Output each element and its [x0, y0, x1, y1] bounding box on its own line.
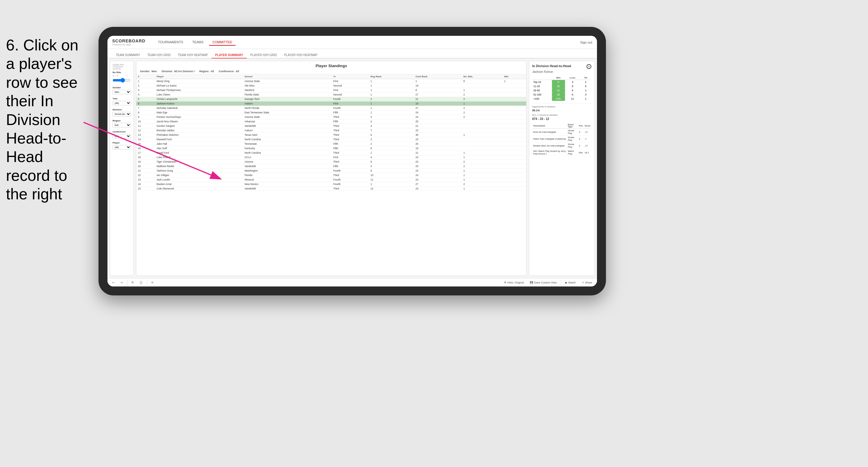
table-row[interactable]: 22 Ian Gilligan Florida Third 10 24 1 [136, 173, 526, 178]
table-row[interactable]: 25 Cole Sherwood Vanderbilt Third 12 23 … [136, 187, 526, 191]
table-row[interactable]: 3 Michael Thorbjornsen Stanford First 1 … [136, 88, 526, 93]
refresh-btn[interactable]: ⟳ [150, 280, 156, 285]
cell-school: Vanderbilt [243, 124, 332, 128]
tab-team-summary[interactable]: TEAM SUMMARY [112, 52, 144, 59]
cell-conf: 27 [414, 106, 462, 111]
t-col-score: Score [584, 123, 591, 129]
t-col-tournament: Tournament [532, 123, 567, 129]
share-btn[interactable]: ↗ Share [580, 280, 594, 285]
table-row[interactable]: 24 Bastien Amat New Mexico Fourth 1 27 2 [136, 182, 526, 187]
table-row[interactable]: 13 Phichaksn Maichon Texas A&M Third 6 3… [136, 133, 526, 137]
h2h-col-win: Win [552, 76, 565, 80]
t-col-type: Event Type [567, 123, 578, 129]
cell-yr: Third [332, 160, 369, 164]
h2h-col-tie: Tie [580, 76, 591, 80]
h2h-player-name: Jackson Koivun [532, 70, 591, 73]
rounds-filter-group: No Rds. 6 — 6 [113, 71, 131, 83]
gender-select[interactable]: Men Women [113, 90, 131, 94]
table-row[interactable]: 10 Jacob Mou-Olesen Arkansas Fifth 4 25 [136, 119, 526, 124]
table-row[interactable]: 4 Luke Claton Florida State Second 1 27 … [136, 93, 526, 97]
cell-conf: 24 [414, 155, 462, 160]
t-cell-type: Stroke Play [567, 142, 578, 149]
table-row[interactable]: 2 Michael La Sasso Ole Miss Second 1 18 [136, 84, 526, 88]
tab-player-summary[interactable]: PLAYER SUMMARY [212, 52, 247, 59]
cell-yr: Second [332, 84, 369, 88]
cell-school: Arizona State [243, 115, 332, 119]
nav-teams[interactable]: TEAMS [189, 39, 207, 46]
year-filter-group: Year (All) [113, 97, 131, 105]
tab-team-h2h-heatmap[interactable]: TEAM H2H HEATMAP [174, 52, 212, 59]
redo-btn[interactable]: ↪ [119, 280, 125, 285]
sub-nav: TEAM SUMMARY TEAM H2H GRID TEAM H2H HEAT… [107, 49, 597, 59]
cell-yr: Fourth [332, 178, 369, 182]
table-row[interactable]: 5 Christo Lamprecht Georgia Tech Fourth … [136, 97, 526, 101]
table-row[interactable]: 19 Tiger Christensen Arizona Third 8 23 … [136, 160, 526, 164]
cell-school: Missouri [243, 178, 332, 182]
player-select[interactable]: (All) [113, 145, 131, 150]
cell-win [503, 182, 526, 187]
region-select[interactable]: N/A [113, 123, 131, 127]
view-original-btn[interactable]: 👁 View: Original [502, 280, 526, 285]
tab-player-h2h-heatmap[interactable]: PLAYER H2H HEATMAP [281, 52, 321, 59]
table-row[interactable]: 9 Preston Summerhays Arizona State Third… [136, 115, 526, 119]
wlt-label: W-L-T record in-division: [532, 114, 591, 116]
table-row[interactable]: 15 Jake Hall Tennessee Fifth 2 26 [136, 142, 526, 146]
year-select[interactable]: (All) [113, 101, 131, 105]
cell-school: Stanford [243, 88, 332, 93]
cell-conf: 30 [414, 133, 462, 137]
cell-yr: Fifth [332, 119, 369, 124]
watch-label: Watch [568, 281, 576, 284]
undo-btn[interactable]: ↩ [111, 280, 116, 285]
nav-tournaments[interactable]: TOURNAMENTS [154, 39, 187, 46]
h2h-close-btn[interactable]: × [587, 64, 591, 69]
tournament-row: Mirabel Maui Jim Intercollegiate Stroke … [532, 142, 591, 149]
table-row[interactable]: 1 Wenyi Ding Arizona State First 1 1 8 1 [136, 79, 526, 84]
cell-school: Kentucky [243, 146, 332, 151]
standings-title: Player Standings [140, 64, 523, 68]
t-cell-score: -7 [584, 135, 591, 142]
cell-yr: First [332, 88, 369, 93]
cell-conf: 26 [414, 142, 462, 146]
table-row[interactable]: 8 Mats Ege East Tennessee State Fifth 1 … [136, 111, 526, 115]
table-row[interactable]: 7 Nicholas Gabrelcik North Florida Fourt… [136, 106, 526, 111]
t-cell-pos: 4 [578, 129, 584, 135]
conference-select[interactable]: (All) [113, 134, 131, 138]
table-row[interactable]: 16 Alex Goff Kentucky Fifth 8 19 [136, 146, 526, 151]
region-label: Region [113, 119, 131, 122]
table-row[interactable]: 18 Luke Powell UCLA First 4 24 1 [136, 155, 526, 160]
t-cell-pos: 2 [578, 142, 584, 149]
watch-btn[interactable]: ▶ Watch [563, 280, 578, 285]
sign-out-btn[interactable]: Sign out [580, 40, 592, 44]
division-select[interactable]: NCAA Division I [113, 112, 131, 116]
watch-icon: ▶ [565, 281, 567, 284]
cell-win [503, 106, 526, 111]
toolbar-sep-3 [561, 280, 561, 285]
cell-conf: 24 [414, 115, 462, 119]
save-custom-btn[interactable]: 💾 Save Custom View [528, 280, 558, 285]
cell-win [503, 84, 526, 88]
nav-committee[interactable]: COMMITTEE [209, 39, 236, 46]
cell-rank: 5 [136, 97, 155, 101]
cell-reg: 11 [369, 178, 414, 182]
table-row[interactable]: 12 Brendan Valdes Auburn Third 7 23 [136, 128, 526, 133]
paste-btn[interactable]: 📋 [137, 280, 145, 285]
table-row[interactable]: 11 Gordon Sargent Vanderbilt Third 4 21 [136, 124, 526, 128]
table-row[interactable]: 23 Jack Lundin Missouri Fourth 11 24 1 [136, 178, 526, 182]
cell-rds: 1 [462, 88, 503, 93]
table-row[interactable]: 14 Maxwell Ford North Carolina Third 3 2… [136, 137, 526, 142]
cell-reg: 1 [369, 111, 414, 115]
cell-conf: 23 [414, 187, 462, 191]
rounds-slider[interactable] [113, 78, 130, 83]
cell-rank: 16 [136, 146, 155, 151]
table-row[interactable]: 17 David Ford North Carolina Third 1 21 … [136, 151, 526, 155]
cell-yr: Fourth [332, 182, 369, 187]
table-row[interactable]: 6 Jackson Koivun Auburn First 1 19 1 [136, 101, 526, 106]
table-row[interactable]: 20 Matthew Riedel Vanderbilt Fifth 3 25 … [136, 164, 526, 168]
cell-school: Florida State [243, 93, 332, 97]
tab-team-h2h-grid[interactable]: TEAM H2H GRID [144, 52, 174, 59]
table-row[interactable]: 21 Taehoon Song Washington Fourth 6 23 1 [136, 168, 526, 173]
copy-btn[interactable]: ⧉ [130, 280, 135, 285]
t-cell-name: Mirabel Maui Jim Intercollegiate [532, 142, 567, 149]
tab-player-h2h-grid[interactable]: PLAYER H2H GRID [247, 52, 281, 59]
year-label: Year [113, 97, 131, 100]
